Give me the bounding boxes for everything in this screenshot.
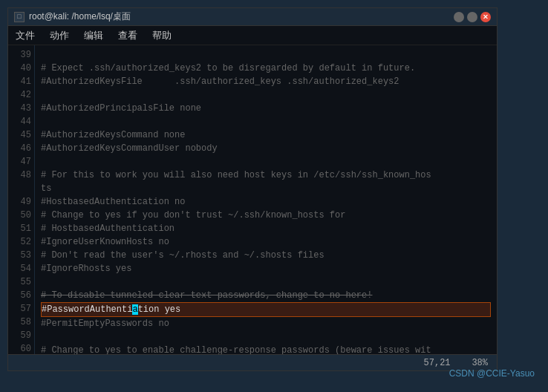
line-47 [41,155,491,169]
window-controls: ✕ [454,12,491,22]
line-42 [41,88,491,102]
line-53: # Don't read the user's ~/.rhosts and ~/… [41,249,491,262]
line-56: # To disable tunneled clear-text passwor… [41,289,491,302]
minimize-button[interactable] [454,12,464,22]
line-49: #HostbasedAuthentication no [41,195,491,209]
line-46: #AuthorizedKeysCommandUser nobody [41,142,491,155]
code-content[interactable]: # Expect .ssh/authorized_keys2 to be dis… [35,45,497,354]
line-58: #PermitEmptyPasswords no [41,317,491,330]
watermark: CSDN @CCIE-Yasuo [449,368,535,379]
line-45: #AuthorizedKeysCommand none [41,128,491,142]
titlebar-left: □ root@kali: /home/lsq/桌面 [14,10,131,23]
line-50: # Change to yes if you don't trust ~/.ss… [41,209,491,222]
line-52: #IgnoreUserKnownHosts no [41,235,491,249]
line-43: #AuthorizedPrincipalsFile none [41,102,491,115]
menubar: 文件 动作 编辑 查看 帮助 [8,26,497,45]
cursor-position: 57,21 [424,358,451,368]
line-57: #PasswordAuthentiation yes [41,302,491,317]
editor-area: 39 40 41 42 43 44 45 46 47 48 49 50 51 5… [8,45,497,354]
line-48-cont: ts [41,182,491,195]
menu-file[interactable]: 文件 [13,27,38,44]
terminal-window: □ root@kali: /home/lsq/桌面 ✕ 文件 动作 编辑 查看 … [7,7,498,371]
window-icon: □ [14,12,25,22]
statusbar: 57,21 38% [8,354,497,370]
line-51: # HostbasedAuthentication [41,222,491,235]
line-numbers: 39 40 41 42 43 44 45 46 47 48 49 50 51 5… [8,45,35,354]
line-40: # Expect .ssh/authorized_keys2 to be dis… [41,62,491,75]
titlebar: □ root@kali: /home/lsq/桌面 ✕ [8,8,497,26]
window-title: root@kali: /home/lsq/桌面 [29,10,131,23]
menu-edit[interactable]: 编辑 [81,27,106,44]
line-55 [41,275,491,289]
scroll-percent: 38% [472,358,488,368]
line-41: #AuthorizedKeysFile .ssh/authorized_keys… [41,75,491,88]
menu-help[interactable]: 帮助 [149,27,174,44]
menu-action[interactable]: 动作 [47,27,72,44]
line-39 [41,48,491,62]
maximize-button[interactable] [467,12,477,22]
line-60: # Change to yes to enable challenge-resp… [41,344,491,354]
line-54: #IgnoreRhosts yes [41,262,491,275]
line-59 [41,330,491,344]
close-button[interactable]: ✕ [480,12,491,22]
line-48: # For this to work you will also need ho… [41,169,491,182]
line-44 [41,115,491,128]
menu-view[interactable]: 查看 [115,27,140,44]
